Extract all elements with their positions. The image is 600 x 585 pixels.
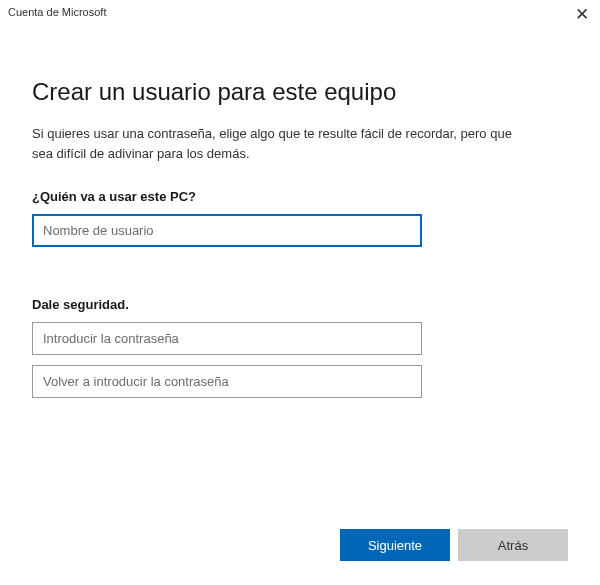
page-subtitle: Si quieres usar una contraseña, elige al… [32, 124, 532, 163]
password-input[interactable] [32, 322, 422, 355]
titlebar: Cuenta de Microsoft ✕ [0, 0, 600, 24]
window-title: Cuenta de Microsoft [8, 4, 106, 18]
back-button[interactable]: Atrás [458, 529, 568, 561]
password-confirm-input[interactable] [32, 365, 422, 398]
page-title: Crear un usuario para este equipo [32, 78, 568, 106]
security-section-label: Dale seguridad. [32, 297, 568, 312]
content-area: Crear un usuario para este equipo Si qui… [0, 24, 600, 398]
username-section-label: ¿Quién va a usar este PC? [32, 189, 568, 204]
next-button[interactable]: Siguiente [340, 529, 450, 561]
username-input[interactable] [32, 214, 422, 247]
close-icon[interactable]: ✕ [572, 4, 592, 24]
button-row: Siguiente Atrás [340, 529, 568, 561]
